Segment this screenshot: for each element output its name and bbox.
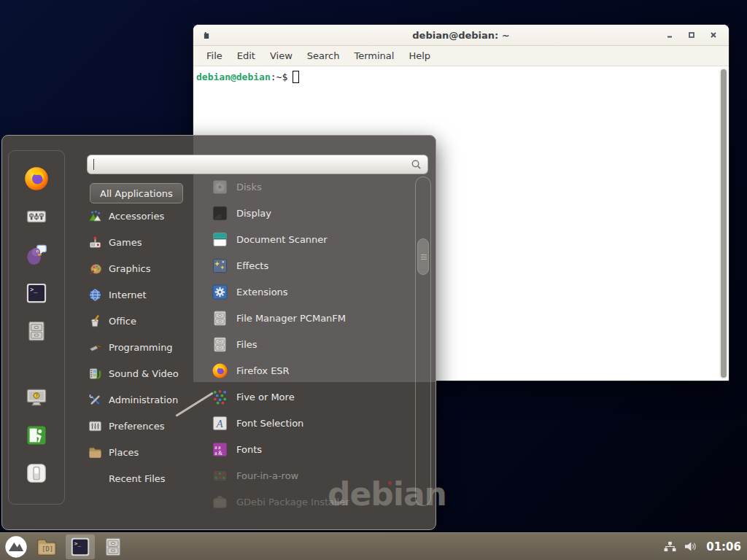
menu-file[interactable]: File xyxy=(199,46,230,66)
category-internet[interactable]: Internet xyxy=(88,281,199,308)
taskbar-file-cabinet-button[interactable] xyxy=(103,534,123,559)
terminal-cursor xyxy=(293,71,299,83)
app-disks[interactable]: Disks xyxy=(212,174,413,200)
favorite-file-cabinet-icon[interactable] xyxy=(26,320,47,342)
svg-text:>_: >_ xyxy=(74,540,82,547)
close-icon[interactable] xyxy=(710,31,717,39)
games-icon xyxy=(88,236,102,249)
taskbar-folder-button[interactable]: [D] xyxy=(36,534,58,559)
document-scanner-icon xyxy=(212,231,228,248)
app-files[interactable]: Files xyxy=(212,331,413,357)
all-applications-label: All Applications xyxy=(100,188,173,199)
svg-text:[D]: [D] xyxy=(42,545,53,552)
disks-icon xyxy=(212,179,228,195)
app-file-manager-pcmanfm[interactable]: File Manager PCManFM xyxy=(212,305,413,331)
category-label: Accessories xyxy=(109,211,164,222)
menu-scrollbar-thumb[interactable] xyxy=(417,238,429,275)
favorite-pidgin-icon[interactable] xyxy=(25,243,48,266)
maximize-icon[interactable] xyxy=(688,31,695,39)
app-firefox-esr[interactable]: Firefox ESR xyxy=(212,357,413,384)
app-extensions[interactable]: Extensions xyxy=(212,279,413,305)
app-gdebi-package-installer[interactable]: GDebi Package Installer xyxy=(212,489,413,515)
category-label: Programming xyxy=(109,342,173,353)
clock[interactable]: 01:06 xyxy=(706,540,741,553)
four-in-a-row-icon xyxy=(212,467,228,484)
favorite-shutdown-icon[interactable] xyxy=(26,463,47,483)
app-effects[interactable]: Effects xyxy=(212,252,413,279)
app-document-scanner[interactable]: Document Scanner xyxy=(212,226,413,252)
app-label: Five or More xyxy=(236,392,295,402)
taskbar-menu-logo-button[interactable] xyxy=(4,534,28,559)
menu-view[interactable]: View xyxy=(263,46,300,66)
menu-edit[interactable]: Edit xyxy=(230,46,263,66)
category-label: Preferences xyxy=(109,421,164,432)
app-label: Disks xyxy=(236,182,262,192)
sound-video-icon xyxy=(88,367,102,381)
programming-icon xyxy=(88,341,102,354)
volume-icon[interactable] xyxy=(684,541,697,552)
graphics-icon xyxy=(88,262,102,276)
app-label: Font Selection xyxy=(236,418,303,429)
category-administration[interactable]: Administration xyxy=(88,386,199,413)
category-office[interactable]: Office xyxy=(88,308,199,334)
category-places[interactable]: Places xyxy=(88,439,199,465)
terminal-window-icon xyxy=(204,31,210,39)
category-sound-video[interactable]: Sound & Video xyxy=(88,360,199,386)
gdebi-icon xyxy=(212,494,228,510)
menu-scrollbar[interactable] xyxy=(415,176,431,506)
category-graphics[interactable]: Graphics xyxy=(88,255,199,281)
scrollbar-grip-icon xyxy=(421,254,427,260)
extensions-icon xyxy=(212,284,228,300)
category-preferences[interactable]: Preferences xyxy=(88,413,199,439)
category-recent-files[interactable]: Recent Files xyxy=(88,465,199,491)
terminal-title: debian@debian: ~ xyxy=(193,30,729,41)
font-selection-icon: A xyxy=(212,415,228,432)
menu-help[interactable]: Help xyxy=(401,46,438,66)
category-games[interactable]: Games xyxy=(88,229,199,255)
all-applications-button[interactable]: All Applications xyxy=(90,183,183,203)
search-input[interactable] xyxy=(87,155,428,174)
taskbar-terminal-button[interactable]: >_ xyxy=(66,534,95,559)
terminal-scrollbar-thumb[interactable] xyxy=(721,69,727,378)
taskbar: [D]>_ 01:06 xyxy=(0,532,747,560)
search-caret xyxy=(93,159,94,170)
app-label: Firefox ESR xyxy=(236,365,290,376)
favorite-terminal-icon[interactable]: >_ xyxy=(26,282,47,304)
desktop: { "desktop": { "watermark": "debian" }, … xyxy=(0,0,747,560)
places-icon xyxy=(88,446,102,459)
category-accessories[interactable]: Accessories xyxy=(88,203,199,229)
app-label: GDebi Package Installer xyxy=(236,497,349,508)
terminal-scrollbar[interactable] xyxy=(719,68,727,379)
menu-search[interactable]: Search xyxy=(300,46,347,66)
network-icon[interactable] xyxy=(663,541,677,552)
category-label: Administration xyxy=(109,394,178,405)
menu-logo-icon xyxy=(4,535,28,559)
app-label: File Manager PCManFM xyxy=(236,313,346,324)
file-cabinet-icon xyxy=(212,336,228,353)
favorite-screensaver-icon[interactable]: ? xyxy=(26,386,47,408)
preferences-icon xyxy=(88,419,102,433)
favorite-control-center-icon[interactable] xyxy=(26,206,47,228)
tray-icons xyxy=(663,541,697,552)
app-display[interactable]: Display xyxy=(212,200,413,226)
app-four-in-a-row[interactable]: Four-in-a-row xyxy=(212,462,413,489)
search-icon xyxy=(411,159,422,170)
category-label: Recent Files xyxy=(109,473,166,484)
terminal-titlebar[interactable]: debian@debian: ~ xyxy=(193,25,729,46)
category-label: Games xyxy=(109,237,142,248)
minimize-icon[interactable] xyxy=(666,31,673,39)
menu-terminal[interactable]: Terminal xyxy=(347,46,401,66)
favorite-logout-icon[interactable] xyxy=(26,424,47,446)
category-programming[interactable]: Programming xyxy=(88,334,199,360)
app-fonts[interactable]: a aa &Fonts xyxy=(212,436,413,462)
app-label: Display xyxy=(236,208,271,219)
app-five-or-more[interactable]: Five or More xyxy=(212,384,413,410)
terminal-icon: >_ xyxy=(70,537,90,557)
internet-icon xyxy=(88,288,102,302)
app-font-selection[interactable]: AFont Selection xyxy=(212,410,413,436)
category-label: Sound & Video xyxy=(109,368,179,379)
favorite-firefox-icon[interactable] xyxy=(23,166,50,192)
system-tray: 01:06 xyxy=(663,540,741,553)
folder-icon: [D] xyxy=(36,536,58,558)
application-list: DisksDisplayDocument ScannerEffectsExten… xyxy=(212,174,413,515)
